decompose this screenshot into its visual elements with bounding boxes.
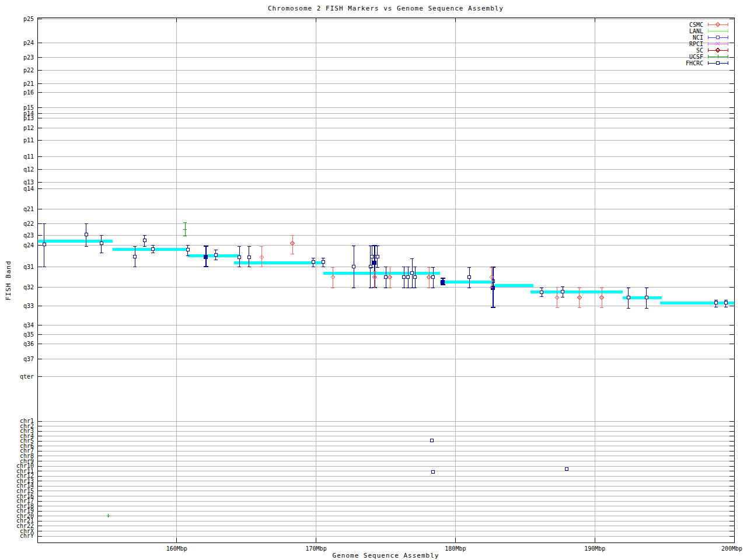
- marker-square: [432, 471, 435, 474]
- marker-square: [369, 265, 372, 268]
- y-band-label: q21: [23, 206, 34, 212]
- x-tick-label: 200Mbp: [721, 545, 742, 552]
- marker-square: [352, 265, 355, 268]
- marker-square: [322, 261, 324, 264]
- marker-square: [214, 254, 217, 257]
- marker-square-filled: [204, 255, 208, 259]
- fish-marker-plot: p25p24p23p22p21p16p15p14p13p12p11q11q12q…: [0, 0, 747, 560]
- y-band-label: p11: [23, 137, 34, 144]
- marker-square: [100, 242, 103, 245]
- marker-square: [627, 296, 630, 299]
- marker-square: [143, 239, 146, 242]
- chr-label: chrY: [20, 533, 34, 539]
- y-band-label: p12: [23, 125, 34, 131]
- marker-square: [411, 272, 414, 275]
- y-band-label: q11: [23, 153, 34, 160]
- marker-square: [645, 296, 648, 299]
- y-band-label: q32: [23, 284, 34, 290]
- legend-label-rpci: RPCI: [689, 41, 703, 47]
- y-band-label: q24: [23, 242, 34, 249]
- marker-square: [312, 261, 315, 264]
- marker-square: [371, 256, 374, 258]
- y-band-label: q33: [23, 303, 34, 309]
- marker-square: [407, 276, 410, 279]
- legend-label-sc: SC: [696, 47, 703, 54]
- marker-square: [414, 276, 417, 279]
- y-band-label: p16: [23, 89, 34, 96]
- marker-square: [152, 248, 155, 251]
- marker-square: [724, 302, 727, 304]
- marker-square-filled: [372, 261, 376, 265]
- marker-square: [717, 62, 720, 65]
- y-band-label: q13: [23, 179, 34, 186]
- x-tick-label: 170Mbp: [306, 545, 327, 552]
- legend-label-lanl: LANL: [689, 28, 703, 34]
- y-band-label: p13: [23, 115, 34, 121]
- y-band-label: p24: [23, 40, 34, 46]
- marker-square: [385, 276, 388, 279]
- x-tick-label: 160Mbp: [166, 545, 187, 552]
- legend-label-fhcrc: FHCRC: [686, 60, 703, 66]
- y-band-label: q22: [23, 220, 34, 227]
- marker-square: [468, 276, 471, 279]
- marker-square: [540, 291, 543, 294]
- y-band-label: p22: [23, 67, 34, 74]
- y-band-label: q31: [23, 264, 34, 270]
- y-band-label: p25: [23, 16, 34, 22]
- y-band-label: qter: [20, 373, 34, 380]
- marker-square: [403, 276, 406, 279]
- marker-square: [561, 290, 564, 293]
- y-band-label: q37: [23, 356, 34, 362]
- marker-square: [85, 233, 88, 236]
- marker-square: [43, 243, 46, 246]
- legend-label-nci: NCI: [693, 34, 703, 41]
- y-band-label: q23: [23, 232, 34, 239]
- y-band-label: q14: [23, 186, 34, 192]
- y-band-label: q35: [23, 331, 34, 338]
- marker-square: [432, 276, 435, 279]
- y-band-label: q34: [23, 322, 34, 328]
- legend-label-ucsf: UCSF: [689, 54, 703, 60]
- x-tick-label: 180Mbp: [445, 545, 466, 552]
- marker-square-filled: [441, 280, 445, 284]
- y-band-label: p23: [23, 54, 34, 61]
- chart-page: { "title": "Chromosome 2 FISH Markers vs…: [0, 0, 747, 560]
- marker-square: [186, 249, 189, 251]
- y-band-label: q12: [23, 166, 34, 173]
- legend-label-csmc: CSMC: [689, 22, 703, 28]
- y-band-label: q36: [23, 341, 34, 347]
- x-tick-label: 190Mbp: [584, 545, 605, 552]
- marker-square: [247, 256, 250, 259]
- marker-square: [238, 256, 241, 259]
- marker-square: [430, 439, 433, 442]
- marker-square: [566, 468, 568, 471]
- marker-square: [134, 256, 137, 258]
- marker-square: [714, 302, 717, 304]
- y-band-label: p21: [23, 80, 34, 87]
- marker-square: [376, 256, 379, 258]
- marker-square: [717, 36, 720, 39]
